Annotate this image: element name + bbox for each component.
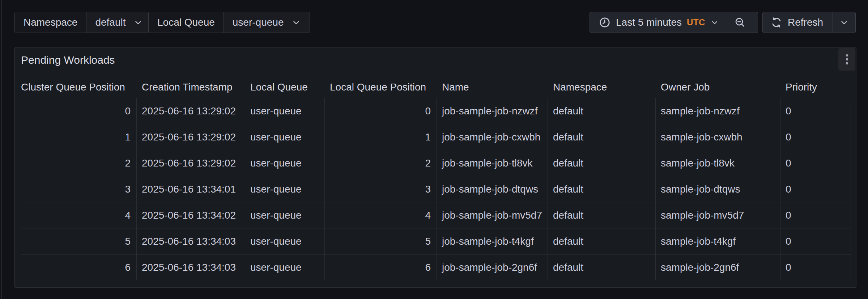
table-cell: sample-job-2gn6f <box>656 254 780 280</box>
table-cell: 4 <box>325 202 437 228</box>
table-cell: 1 <box>21 124 137 150</box>
table-cell: 0 <box>21 98 137 124</box>
table-cell: 3 <box>325 176 437 202</box>
table-cell: 0 <box>780 150 851 176</box>
table-cell: 2025-06-16 13:34:03 <box>137 254 245 280</box>
table-cell: 3 <box>21 176 137 202</box>
namespace-variable-label: Namespace <box>15 12 86 33</box>
chevron-down-icon <box>710 18 719 27</box>
chevron-down-icon <box>839 18 849 27</box>
table-cell: sample-job-mv5d7 <box>656 202 780 228</box>
table-cell: 0 <box>325 98 437 124</box>
chevron-down-icon <box>292 18 301 27</box>
dashboard-left-edge-divider <box>1 0 2 299</box>
table-cell: sample-job-t4kgf <box>656 228 780 254</box>
table-cell: 2025-06-16 13:34:01 <box>137 176 245 202</box>
table-cell: default <box>548 254 656 280</box>
table-cell: 2025-06-16 13:29:02 <box>137 124 245 150</box>
table-row: 12025-06-16 13:29:02user-queue1job-sampl… <box>21 124 851 150</box>
table-row: 02025-06-16 13:29:02user-queue0job-sampl… <box>21 98 851 124</box>
table-cell: user-queue <box>245 254 325 280</box>
table-cell: 2 <box>21 150 137 176</box>
refresh-icon <box>771 17 782 28</box>
namespace-variable-value: default <box>95 17 125 28</box>
table-cell: sample-job-nzwzf <box>656 98 780 124</box>
namespace-variable: Namespace default <box>14 12 152 33</box>
table-cell: job-sample-job-mv5d7 <box>437 202 548 228</box>
table-cell: 2 <box>325 150 437 176</box>
table-cell: user-queue <box>245 150 325 176</box>
table-cell: default <box>548 150 656 176</box>
local-queue-variable-value: user-queue <box>233 17 284 28</box>
table-row: 32025-06-16 13:34:01user-queue3job-sampl… <box>21 176 851 202</box>
pending-workloads-panel: Pending Workloads Cluster Queue Position… <box>14 47 856 288</box>
table-cell: user-queue <box>245 98 325 124</box>
table-cell: user-queue <box>245 124 325 150</box>
refresh-group: Refresh <box>762 12 856 33</box>
table-cell: 2025-06-16 13:34:02 <box>137 202 245 228</box>
table-cell: 6 <box>21 254 137 280</box>
magnifier-minus-icon <box>734 17 746 28</box>
table-cell: job-sample-job-t4kgf <box>437 228 548 254</box>
table-cell: default <box>548 176 656 202</box>
table-cell: default <box>548 202 656 228</box>
local-queue-variable-select[interactable]: user-queue <box>224 12 310 33</box>
table-header-cell[interactable]: Priority <box>780 76 851 98</box>
time-range-label: Last 5 minutes <box>616 17 682 28</box>
table-header-cell[interactable]: Creation Timestamp <box>137 76 245 98</box>
table-cell: sample-job-tl8vk <box>656 150 780 176</box>
time-zoom-out-button[interactable] <box>727 12 753 33</box>
time-controls-group: Last 5 minutes UTC <box>590 12 758 33</box>
table-cell: default <box>548 124 656 150</box>
table-cell: job-sample-job-dtqws <box>437 176 548 202</box>
table-cell: 1 <box>325 124 437 150</box>
table-row: 22025-06-16 13:29:02user-queue2job-sampl… <box>21 150 851 176</box>
table-cell: default <box>548 98 656 124</box>
table-body: 02025-06-16 13:29:02user-queue0job-sampl… <box>21 98 851 280</box>
table-cell: sample-job-cxwbh <box>656 124 780 150</box>
grafana-dashboard: { "colors": { "page_background": "#11121… <box>0 0 868 299</box>
table-cell: 0 <box>780 254 851 280</box>
table-cell: 6 <box>325 254 437 280</box>
table-cell: 0 <box>780 176 851 202</box>
table-cell: job-sample-job-nzwzf <box>437 98 548 124</box>
pending-workloads-table: Cluster Queue PositionCreation Timestamp… <box>21 76 851 280</box>
table-cell: 2025-06-16 13:34:03 <box>137 228 245 254</box>
table-cell: 0 <box>780 124 851 150</box>
refresh-label: Refresh <box>788 17 823 28</box>
table-cell: user-queue <box>245 202 325 228</box>
table-header-cell[interactable]: Local Queue Position <box>325 76 437 98</box>
refresh-button[interactable]: Refresh <box>763 12 833 33</box>
table-row: 42025-06-16 13:34:02user-queue4job-sampl… <box>21 202 851 228</box>
local-queue-variable-label: Local Queue <box>149 12 224 33</box>
namespace-variable-select[interactable]: default <box>86 12 152 33</box>
table-header-cell[interactable]: Owner Job <box>656 76 780 98</box>
table-cell: 4 <box>21 202 137 228</box>
table-header-cell[interactable]: Namespace <box>548 76 656 98</box>
panel-title[interactable]: Pending Workloads <box>21 54 115 66</box>
table-row: 62025-06-16 13:34:03user-queue6job-sampl… <box>21 254 851 280</box>
table-cell: 0 <box>780 202 851 228</box>
table-header-cell[interactable]: Name <box>437 76 548 98</box>
table-header-cell[interactable]: Local Queue <box>245 76 325 98</box>
table-row: 52025-06-16 13:34:03user-queue5job-sampl… <box>21 228 851 254</box>
local-queue-variable: Local Queue user-queue <box>148 12 310 33</box>
kebab-icon <box>842 53 852 66</box>
table-cell: 2025-06-16 13:29:02 <box>137 98 245 124</box>
panel-menu-button[interactable] <box>838 48 855 71</box>
table-cell: 0 <box>780 228 851 254</box>
table-cell: job-sample-job-tl8vk <box>437 150 548 176</box>
time-range-picker[interactable]: Last 5 minutes UTC <box>590 12 727 33</box>
table-header-row: Cluster Queue PositionCreation Timestamp… <box>21 76 851 98</box>
table-cell: 5 <box>21 228 137 254</box>
refresh-interval-dropdown[interactable] <box>833 12 855 33</box>
table-cell: 5 <box>325 228 437 254</box>
table-header-cell[interactable]: Cluster Queue Position <box>21 76 137 98</box>
timezone-label: UTC <box>687 17 705 28</box>
table-cell: user-queue <box>245 228 325 254</box>
table-cell: 0 <box>780 98 851 124</box>
clock-icon <box>599 16 611 29</box>
table-cell: job-sample-job-2gn6f <box>437 254 548 280</box>
table-cell: user-queue <box>245 176 325 202</box>
chevron-down-icon <box>133 18 143 27</box>
